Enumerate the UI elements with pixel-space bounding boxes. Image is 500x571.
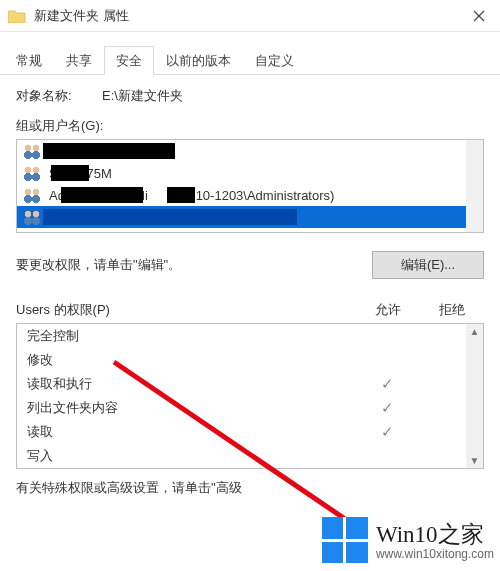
perm-row: 列出文件夹内容 ✓	[17, 396, 483, 420]
security-panel: 对象名称: E:\新建文件夹 组或用户名(G): 's S 75M Ad (Mi…	[0, 75, 500, 469]
perm-header-label: Users 的权限(P)	[16, 301, 356, 319]
title-bar: 新建文件夹 属性	[0, 0, 500, 32]
perm-row: 读取 ✓	[17, 420, 483, 444]
list-item[interactable]: Us	[17, 206, 483, 228]
close-button[interactable]	[458, 0, 500, 32]
perm-row: 修改	[17, 348, 483, 372]
tab-customize[interactable]: 自定义	[243, 46, 306, 75]
deny-col-label: 拒绝	[420, 301, 484, 319]
close-icon	[473, 10, 485, 22]
users-icon	[23, 143, 43, 159]
perm-row: 写入	[17, 444, 483, 468]
allow-col-label: 允许	[356, 301, 420, 319]
allow-cell: ✓	[355, 375, 419, 393]
chevron-down-icon: ▼	[470, 453, 480, 468]
perm-name: 修改	[27, 351, 355, 369]
groups-listbox[interactable]: 's S 75M Ad (Mi Win10-1203\Administrator…	[16, 139, 484, 233]
tab-security[interactable]: 安全	[104, 46, 154, 75]
chevron-up-icon: ▲	[470, 324, 480, 339]
window-title: 新建文件夹 属性	[34, 7, 492, 25]
perm-name: 读取	[27, 423, 355, 441]
groups-label: 组或用户名(G):	[16, 117, 484, 135]
folder-icon	[8, 9, 26, 23]
advanced-hint: 有关特殊权限或高级设置，请单击"高级	[0, 479, 500, 497]
perm-row: 读取和执行 ✓	[17, 372, 483, 396]
list-item[interactable]: S 75M	[17, 162, 483, 184]
users-icon	[23, 187, 43, 203]
perm-name: 写入	[27, 447, 355, 465]
object-row: 对象名称: E:\新建文件夹	[16, 87, 484, 105]
perm-change-hint: 要更改权限，请单击"编辑"。	[16, 256, 181, 274]
list-scrollbar[interactable]	[466, 140, 483, 232]
tab-previous[interactable]: 以前的版本	[154, 46, 243, 75]
object-label: 对象名称:	[16, 87, 102, 105]
tab-sharing[interactable]: 共享	[54, 46, 104, 75]
watermark: Win10之家 www.win10xitong.com	[322, 517, 494, 563]
allow-cell: ✓	[355, 399, 419, 417]
edit-button[interactable]: 编辑(E)...	[372, 251, 484, 279]
watermark-url: www.win10xitong.com	[376, 547, 494, 561]
users-icon	[23, 209, 43, 225]
users-icon	[23, 165, 43, 181]
watermark-brand: Win10之家	[376, 519, 494, 550]
perm-name: 列出文件夹内容	[27, 399, 355, 417]
perm-name: 完全控制	[27, 327, 355, 345]
perm-scrollbar[interactable]: ▲ ▼	[466, 324, 483, 468]
permissions-list: 完全控制 修改 读取和执行 ✓ 列出文件夹内容 ✓ 读取 ✓ 写入	[16, 323, 484, 469]
object-value: E:\新建文件夹	[102, 87, 183, 105]
allow-cell: ✓	[355, 423, 419, 441]
list-item[interactable]: 's	[17, 140, 483, 162]
perm-header-row: Users 的权限(P) 允许 拒绝	[16, 301, 484, 319]
perm-row: 完全控制	[17, 324, 483, 348]
windows-icon	[322, 517, 368, 563]
perm-change-row: 要更改权限，请单击"编辑"。 编辑(E)...	[16, 251, 484, 279]
tab-general[interactable]: 常规	[4, 46, 54, 75]
tabs: 常规 共享 安全 以前的版本 自定义	[0, 46, 500, 75]
perm-name: 读取和执行	[27, 375, 355, 393]
list-item[interactable]: Ad (Mi Win10-1203\Administrators)	[17, 184, 483, 206]
